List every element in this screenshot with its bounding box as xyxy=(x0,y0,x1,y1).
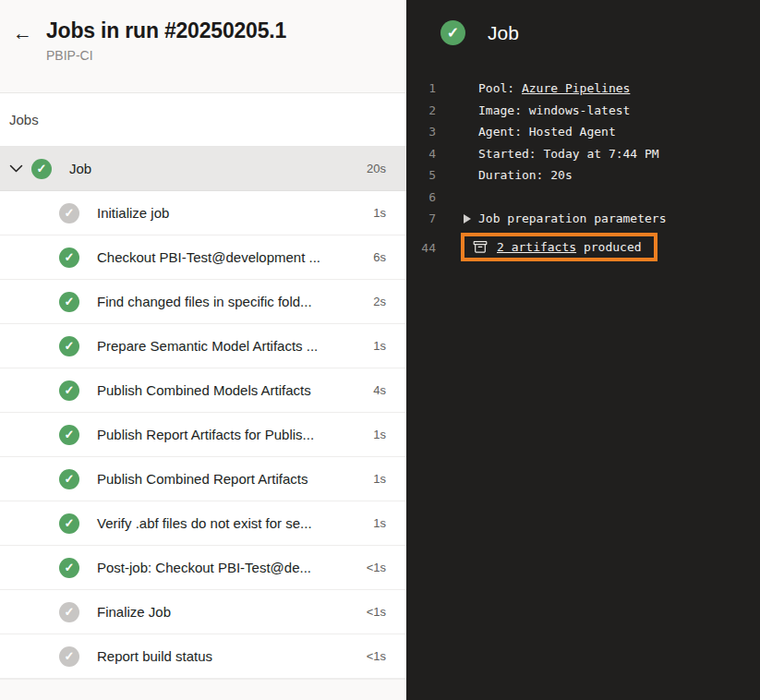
jobs-section-label: Jobs xyxy=(0,93,406,147)
log-job-title: Job xyxy=(488,22,519,44)
page-title: Jobs in run #20250205.1 xyxy=(46,18,286,43)
step-duration: 6s xyxy=(373,250,406,264)
step-label: Publish Report Artifacts for Publis... xyxy=(97,427,314,442)
line-number[interactable]: 44 xyxy=(406,233,436,255)
log-text: Started: Today at 7:44 PM xyxy=(478,147,659,161)
step-label: Publish Combined Models Artifacts xyxy=(97,382,311,398)
package-icon xyxy=(473,240,488,254)
log-line: 6 xyxy=(406,187,760,209)
line-number[interactable]: 3 xyxy=(406,125,436,139)
run-title-block: Jobs in run #20250205.1 PBIP-CI xyxy=(46,18,286,63)
log-text: Agent: Hosted Agent xyxy=(478,125,616,139)
step-duration: 2s xyxy=(373,295,406,308)
log-panel: ✓ Job 1 Pool: Azure Pipelines 2 Image: w… xyxy=(406,0,760,700)
log-text: Image: windows-latest xyxy=(478,103,630,117)
step-status-icon: ✓ xyxy=(59,558,79,578)
log-line: 3 Agent: Hosted Agent xyxy=(406,121,760,143)
log-line: 2 Image: windows-latest xyxy=(406,100,760,122)
step-duration: 1s xyxy=(373,472,406,486)
artifacts-link[interactable]: 2 artifacts xyxy=(497,240,576,254)
chevron-down-icon[interactable] xyxy=(0,164,31,174)
step-label: Initialize job xyxy=(97,205,169,221)
pool-link[interactable]: Azure Pipelines xyxy=(522,81,630,95)
step-status-icon: ✓ xyxy=(59,336,79,356)
step-status-icon: ✓ xyxy=(59,602,79,622)
pipeline-name[interactable]: PBIP-CI xyxy=(46,48,286,63)
job-row[interactable]: ✓ Job 20s xyxy=(0,147,406,191)
log-lines: 1 Pool: Azure Pipelines 2 Image: windows… xyxy=(406,78,760,261)
triangle-right-icon[interactable] xyxy=(464,214,471,223)
step-row[interactable]: ✓ Initialize job 1s xyxy=(0,191,406,235)
step-duration: <1s xyxy=(367,561,406,574)
log-line-collapsible[interactable]: 7 Job preparation parameters xyxy=(406,208,760,230)
step-status-icon: ✓ xyxy=(59,425,79,445)
job-status-icon: ✓ xyxy=(31,159,52,179)
line-number[interactable]: 4 xyxy=(406,147,436,161)
step-duration: <1s xyxy=(367,649,406,663)
step-row[interactable]: ✓ Finalize Job <1s xyxy=(0,590,406,634)
step-duration: 1s xyxy=(373,428,406,441)
artifacts-highlight-box: 2 artifacts produced xyxy=(461,233,657,261)
line-number[interactable]: 5 xyxy=(406,168,436,182)
step-status-icon: ✓ xyxy=(59,380,79,401)
step-label: Find changed files in specific fold... xyxy=(97,294,312,309)
step-label: Verify .abf files do not exist for se... xyxy=(97,515,312,531)
log-job-status-icon: ✓ xyxy=(440,20,465,45)
step-label: Checkout PBI-Test@development ... xyxy=(97,249,320,265)
log-line: 1 Pool: Azure Pipelines xyxy=(406,78,760,100)
step-status-icon: ✓ xyxy=(59,247,79,268)
log-line: 5 Duration: 20s xyxy=(406,164,760,187)
jobs-section-text: Jobs xyxy=(9,112,39,127)
step-label: Finalize Job xyxy=(97,604,171,620)
step-status-icon: ✓ xyxy=(59,203,79,223)
step-status-icon: ✓ xyxy=(59,292,79,312)
line-number[interactable]: 2 xyxy=(406,103,436,117)
log-text: Duration: 20s xyxy=(478,168,573,182)
step-row[interactable]: ✓ Publish Report Artifacts for Publis...… xyxy=(0,413,406,457)
step-duration: <1s xyxy=(367,605,406,619)
log-text: Job preparation parameters xyxy=(478,211,667,225)
step-label: Publish Combined Report Artifacts xyxy=(97,471,308,487)
step-row[interactable]: ✓ Publish Combined Models Artifacts 4s xyxy=(0,368,406,413)
step-row[interactable]: ✓ Find changed files in specific fold...… xyxy=(0,280,406,324)
step-row[interactable]: ✓ Publish Combined Report Artifacts 1s xyxy=(0,457,406,501)
step-status-icon: ✓ xyxy=(59,469,79,489)
step-duration: 1s xyxy=(373,206,406,220)
job-duration: 20s xyxy=(367,162,406,175)
left-footer-strip xyxy=(0,679,406,700)
log-line: 4 Started: Today at 7:44 PM xyxy=(406,143,760,165)
step-duration: 4s xyxy=(373,383,406,397)
step-row[interactable]: ✓ Prepare Semantic Model Artifacts ... 1… xyxy=(0,324,406,368)
step-label: Post-job: Checkout PBI-Test@de... xyxy=(97,560,311,575)
job-label: Job xyxy=(69,161,91,176)
log-text: Pool: xyxy=(478,81,522,95)
line-number[interactable]: 6 xyxy=(406,190,436,204)
step-row[interactable]: ✓ Report build status <1s xyxy=(0,634,406,679)
step-row[interactable]: ✓ Post-job: Checkout PBI-Test@de... <1s xyxy=(0,546,406,590)
step-row[interactable]: ✓ Checkout PBI-Test@development ... 6s xyxy=(0,235,406,280)
step-duration: 1s xyxy=(373,339,406,353)
step-status-icon: ✓ xyxy=(59,646,79,667)
back-button[interactable]: ← xyxy=(13,18,46,45)
step-status-icon: ✓ xyxy=(59,513,79,534)
log-line-artifacts: 44 2 artifacts produced xyxy=(406,233,760,261)
step-label: Prepare Semantic Model Artifacts ... xyxy=(97,338,318,354)
pipeline-run-page: ← Jobs in run #20250205.1 PBIP-CI Jobs ✓… xyxy=(0,0,760,700)
line-number[interactable]: 7 xyxy=(406,211,436,225)
jobs-panel: ← Jobs in run #20250205.1 PBIP-CI Jobs ✓… xyxy=(0,0,406,700)
line-gutter xyxy=(436,214,478,223)
step-row[interactable]: ✓ Verify .abf files do not exist for se.… xyxy=(0,501,406,546)
artifacts-suffix: produced xyxy=(576,240,641,254)
run-header: ← Jobs in run #20250205.1 PBIP-CI xyxy=(0,0,406,93)
log-header: ✓ Job xyxy=(406,0,760,45)
line-number[interactable]: 1 xyxy=(406,81,436,95)
step-duration: 1s xyxy=(373,516,406,530)
step-label: Report build status xyxy=(97,648,212,664)
